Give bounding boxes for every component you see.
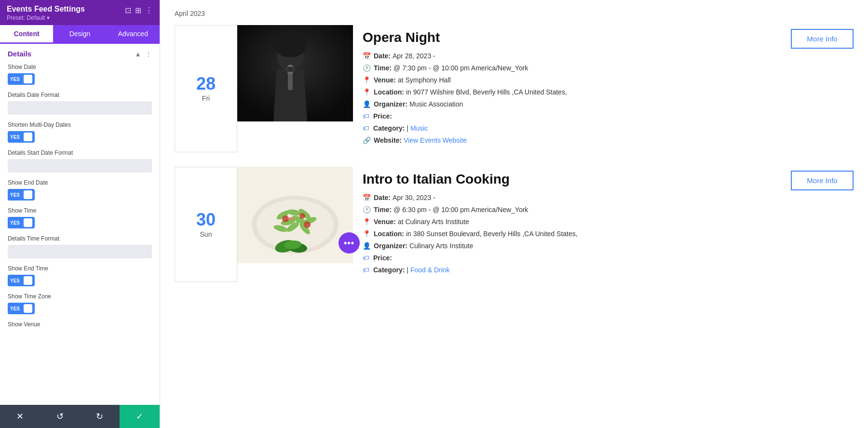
event-details-opera: Opera Night 📅 Date: Apr 28, 2023 - 🕐 Tim… — [353, 25, 786, 152]
show-date-toggle[interactable]: YES — [8, 73, 35, 85]
organizer-label: Organizer: — [374, 99, 407, 109]
price-icon: 🏷 — [363, 111, 370, 121]
tab-content[interactable]: Content — [0, 25, 53, 44]
more-info-button-opera[interactable]: More Info — [791, 29, 854, 49]
event-title-cooking: Intro to Italian Cooking — [363, 172, 776, 187]
event-row-inner: Opera Night 📅 Date: Apr 28, 2023 - 🕐 Tim… — [237, 25, 854, 152]
calendar-icon-cooking: 📅 — [363, 193, 371, 203]
show-end-date-toggle-row: YES — [8, 189, 152, 201]
price-label-cooking: Price: — [373, 253, 392, 263]
shorten-multi-day-toggle[interactable]: YES — [8, 131, 35, 143]
floating-bubble[interactable]: ••• — [339, 232, 360, 254]
show-time-toggle-row: YES — [8, 217, 152, 228]
panel-preset[interactable]: Preset: Default ▾ — [7, 14, 125, 21]
more-info-button-cooking[interactable]: More Info — [791, 171, 854, 190]
bubble-dots-icon: ••• — [344, 238, 354, 248]
field-show-end-date: Show End Date YES — [8, 179, 152, 201]
location-value-cooking: in 380 Sunset Boulevard, Beverly Hills ,… — [406, 229, 578, 239]
layout-icon[interactable]: ⊞ — [135, 6, 141, 15]
date-label-cooking: Date: — [374, 193, 391, 203]
category-link[interactable]: Music — [410, 124, 428, 132]
venue-value: at Symphony Hall — [398, 75, 451, 85]
undo-button[interactable]: ↺ — [40, 405, 80, 428]
section-title: Details — [8, 50, 31, 58]
field-show-time: Show Time YES — [8, 207, 152, 228]
organizer-label-cooking: Organizer: — [374, 241, 407, 251]
detail-location-row-cooking: 📍 Location: in 380 Sunset Boulevard, Bev… — [363, 229, 776, 239]
time-value-cooking: @ 6:30 pm - @ 10:00 pm America/New_York — [393, 205, 528, 215]
detail-date-row-cooking: 📅 Date: Apr 30, 2023 - — [363, 193, 776, 203]
svg-rect-13 — [287, 67, 294, 72]
show-end-date-toggle[interactable]: YES — [8, 189, 35, 201]
details-time-format-input[interactable] — [8, 245, 152, 258]
field-show-time-zone: Show Time Zone YES — [8, 293, 152, 314]
restore-icon[interactable]: ⊡ — [125, 6, 131, 15]
detail-date-row: 📅 Date: Apr 28, 2023 - — [363, 51, 776, 61]
website-label: Website: — [374, 135, 402, 146]
event-row-inner-cooking: ••• Intro to Italian Cooking 📅 Date: Apr… — [237, 167, 854, 282]
svg-line-8 — [295, 30, 296, 41]
details-start-date-format-input[interactable] — [8, 159, 152, 173]
redo-button[interactable]: ↻ — [80, 405, 120, 428]
venue-icon-cooking: 📍 — [363, 217, 371, 227]
website-icon: 🔗 — [363, 135, 371, 146]
event-image-opera — [237, 25, 353, 121]
svg-point-32 — [289, 217, 294, 220]
field-details-start-date-format: Details Start Date Format — [8, 149, 152, 173]
panel-title: Events Feed Settings — [7, 5, 125, 13]
detail-venue-row-cooking: 📍 Venue: at Culinary Arts Institute — [363, 217, 776, 227]
cooking-image-wrapper: ••• — [237, 167, 353, 263]
show-time-zone-toggle[interactable]: YES — [8, 303, 35, 314]
panel-header: Events Feed Settings Preset: Default ▾ ⊡… — [0, 0, 160, 25]
section-menu-icon[interactable]: ⋮ — [145, 50, 152, 58]
show-end-time-label: Show End Time — [8, 265, 152, 272]
detail-price-row: 🏷 Price: — [363, 111, 776, 121]
date-number-cooking: 30 — [196, 211, 216, 228]
category-value: | Music — [407, 123, 428, 134]
right-content: April 2023 28 Fri — [160, 0, 868, 428]
opera-night-svg — [237, 25, 353, 121]
location-value: in 9077 Wilshire Blvd, Beverly Hills ,CA… — [406, 87, 567, 97]
date-day-cooking: Sun — [200, 230, 212, 238]
more-options-icon[interactable]: ⋮ — [145, 6, 153, 15]
details-date-format-input[interactable] — [8, 101, 152, 115]
details-time-format-label: Details Time Format — [8, 235, 152, 242]
venue-label-cooking: Venue: — [374, 217, 396, 227]
shorten-multi-day-toggle-row: YES — [8, 131, 152, 143]
price-icon-cooking: 🏷 — [363, 253, 370, 263]
confirm-button[interactable]: ✓ — [120, 405, 160, 428]
category-icon: 🏷 — [363, 123, 370, 134]
field-show-date: Show Date YES — [8, 64, 152, 85]
tab-advanced[interactable]: Advanced — [107, 25, 160, 44]
collapse-icon[interactable]: ▲ — [135, 50, 141, 58]
show-time-zone-toggle-row: YES — [8, 303, 152, 314]
venue-label: Venue: — [374, 75, 396, 85]
category-link-cooking[interactable]: Food & Drink — [410, 266, 450, 274]
website-link[interactable]: View Events Website — [404, 135, 467, 146]
date-day: Fri — [202, 94, 210, 102]
show-end-time-toggle-row: YES — [8, 275, 152, 286]
location-icon: 📍 — [363, 87, 371, 97]
svg-point-28 — [304, 221, 311, 228]
show-time-zone-label: Show Time Zone — [8, 293, 152, 300]
show-date-toggle-row: YES — [8, 73, 152, 85]
svg-point-27 — [299, 213, 305, 219]
time-label: Time: — [374, 63, 392, 73]
tab-design[interactable]: Design — [53, 25, 106, 44]
show-end-time-toggle[interactable]: YES — [8, 275, 35, 286]
category-value-cooking: | Food & Drink — [407, 265, 449, 275]
event-row: 28 Fri — [175, 25, 854, 152]
show-time-label: Show Time — [8, 207, 152, 214]
event-row-cooking: 30 Sun — [175, 167, 854, 282]
detail-time-row: 🕐 Time: @ 7:30 pm - @ 10:00 pm America/N… — [363, 63, 776, 73]
field-show-end-time: Show End Time YES — [8, 265, 152, 286]
show-time-toggle[interactable]: YES — [8, 217, 35, 228]
venue-value-cooking: at Culinary Arts Institute — [398, 217, 469, 227]
category-label-cooking: Category: — [373, 265, 405, 275]
svg-line-7 — [289, 29, 290, 40]
event-image-cooking — [237, 167, 353, 263]
field-show-venue: Show Venue — [8, 321, 152, 328]
cancel-button[interactable]: ✕ — [0, 405, 40, 428]
show-venue-label: Show Venue — [8, 321, 152, 328]
details-start-date-format-label: Details Start Date Format — [8, 149, 152, 156]
